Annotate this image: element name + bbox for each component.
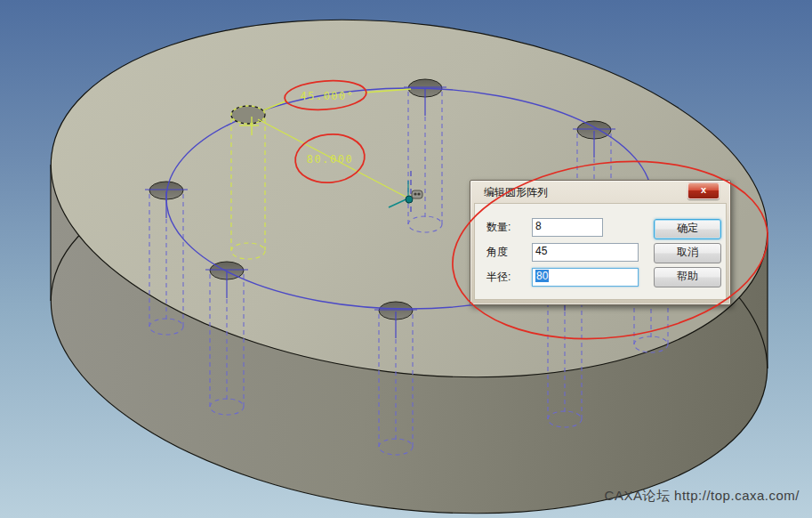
watermark-text: CAXA论坛 http://top.caxa.com/ [605, 488, 800, 505]
dialog-client-area: 数量: 8 角度 45 半径: 80 确定 取消 帮助 [474, 203, 727, 300]
help-button[interactable]: 帮助 [654, 267, 721, 287]
quantity-value: 8 [535, 220, 542, 232]
radius-label: 半径: [486, 270, 511, 285]
caxa-3d-screenshot: { "viewport": { "angle_dim_label": "45.0… [0, 0, 812, 518]
cancel-button[interactable]: 取消 [654, 243, 721, 263]
close-button[interactable]: x [687, 182, 720, 199]
edit-circular-pattern-dialog: 编辑圆形阵列 x 数量: 8 角度 45 半径: 80 确定 取消 帮助 [470, 180, 731, 305]
dialog-titlebar[interactable]: 编辑圆形阵列 x [470, 181, 730, 203]
radius-value-selected: 80 [535, 270, 549, 282]
angle-value: 45 [535, 245, 547, 257]
radius-input[interactable]: 80 [532, 268, 639, 287]
ok-button[interactable]: 确定 [654, 219, 721, 239]
angle-input[interactable]: 45 [532, 243, 639, 262]
dialog-title: 编辑圆形阵列 [484, 185, 548, 200]
angle-dimension-label: 45.000° [300, 90, 354, 102]
angle-label: 角度 [486, 245, 508, 260]
close-icon: x [701, 184, 706, 195]
quantity-input[interactable]: 8 [532, 218, 603, 237]
radius-dimension-label: 80.000 [307, 153, 353, 166]
snap-indicator-icon [412, 190, 422, 198]
quantity-label: 数量: [486, 220, 511, 235]
